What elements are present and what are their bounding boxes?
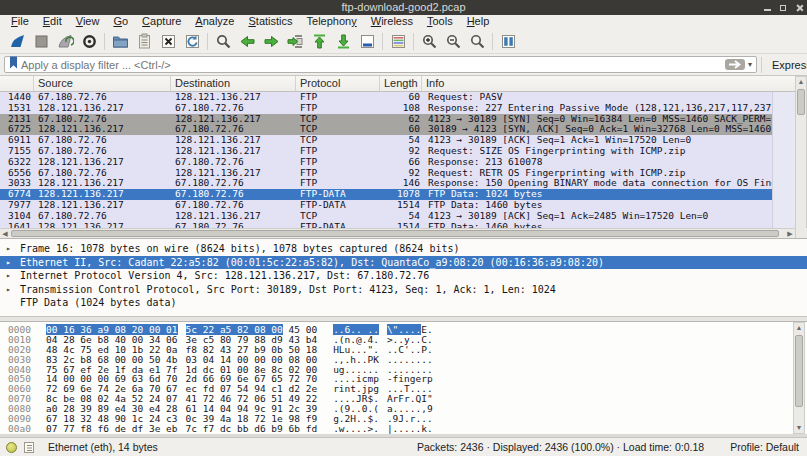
scrollbar-thumb[interactable] bbox=[797, 89, 805, 115]
filter-bookmark-icon[interactable] bbox=[8, 55, 19, 74]
packet-cell-dst: 67.180.72.76 bbox=[171, 178, 296, 189]
scroll-right-icon[interactable]: ▶ bbox=[785, 229, 795, 238]
packet-cell-src: 128.121.136.217 bbox=[34, 157, 171, 168]
packet-row[interactable]: 1531128.121.136.21767.180.72.76FTP108Res… bbox=[0, 103, 772, 114]
packet-cell-proto: TCP bbox=[296, 124, 380, 135]
detail-row[interactable]: ▸Frame 16: 1078 bytes on wire (8624 bits… bbox=[0, 242, 807, 256]
resize-columns-icon bbox=[500, 33, 517, 50]
packet-row[interactable]: 7977128.121.136.21767.180.72.76FTP-DATA1… bbox=[0, 200, 772, 211]
apply-filter-button[interactable] bbox=[725, 59, 745, 70]
packet-list-gutter bbox=[772, 92, 795, 228]
close-file-button[interactable] bbox=[156, 31, 180, 52]
menu-telephony[interactable]: Telephony bbox=[300, 15, 364, 29]
filter-history-dropdown-icon[interactable]: ▾ bbox=[748, 60, 752, 69]
maximize-icon[interactable] bbox=[780, 5, 786, 11]
close-icon[interactable] bbox=[795, 4, 803, 12]
expander-icon[interactable]: ▸ bbox=[6, 256, 11, 270]
capture-options-button[interactable] bbox=[77, 31, 101, 52]
menu-go[interactable]: Go bbox=[106, 15, 135, 29]
bytes-vscrollbar[interactable]: ▲ ▼ bbox=[793, 322, 805, 434]
scroll-up-icon[interactable]: ▲ bbox=[794, 323, 804, 333]
packet-list-vscrollbar[interactable]: ▲ ▼ bbox=[795, 76, 807, 238]
expression-button[interactable]: Expression… bbox=[761, 57, 807, 73]
zoom-reset-button[interactable] bbox=[465, 31, 489, 52]
menu-help[interactable]: Help bbox=[460, 15, 497, 29]
column-header-destination[interactable]: Destination bbox=[171, 76, 296, 91]
packet-cell-proto: FTP bbox=[296, 168, 380, 179]
minimize-icon[interactable] bbox=[764, 9, 771, 11]
packet-row[interactable]: 6725128.121.136.21767.180.72.76TCP603018… bbox=[0, 124, 772, 135]
capture-comments-icon[interactable] bbox=[24, 442, 34, 453]
packet-row[interactable]: 6774128.121.136.21767.180.72.76FTP-DATA1… bbox=[0, 189, 772, 200]
packet-row[interactable]: 213167.180.72.76128.121.136.217TCP624123… bbox=[0, 114, 772, 125]
menu-capture[interactable]: Capture bbox=[135, 15, 188, 29]
toolbar-separator bbox=[382, 33, 383, 50]
scroll-left-icon[interactable]: ◀ bbox=[0, 229, 10, 238]
detail-row[interactable]: ▸Internet Protocol Version 4, Src: 128.1… bbox=[0, 269, 807, 283]
stop-capture-button[interactable] bbox=[29, 31, 53, 52]
reload-file-button[interactable] bbox=[180, 31, 204, 52]
expander-icon[interactable]: ▸ bbox=[6, 242, 11, 256]
packet-cell-no: 3104 bbox=[0, 211, 34, 222]
detail-row[interactable]: ▸Ethernet II, Src: Cadant_22:a5:82 (00:0… bbox=[0, 256, 807, 270]
column-header-info[interactable]: Info bbox=[422, 76, 795, 91]
open-file-button[interactable] bbox=[108, 31, 132, 52]
packet-list-hscrollbar[interactable]: ◀ ▶ bbox=[0, 228, 795, 238]
menu-edit[interactable]: Edit bbox=[36, 15, 69, 29]
display-filter-input[interactable] bbox=[19, 59, 725, 71]
colorize-button[interactable] bbox=[386, 31, 410, 52]
scrollbar-thumb[interactable] bbox=[11, 230, 779, 237]
resize-columns-button[interactable] bbox=[496, 31, 520, 52]
menu-tools[interactable]: Tools bbox=[420, 15, 460, 29]
scrollbar-thumb[interactable] bbox=[795, 335, 803, 407]
packet-row[interactable]: 144067.180.72.76128.121.136.217FTP60Requ… bbox=[0, 92, 772, 103]
detail-row[interactable]: ▸Transmission Control Protocol, Src Port… bbox=[0, 283, 807, 297]
menu-file[interactable]: File bbox=[4, 15, 36, 29]
go-last-button[interactable] bbox=[331, 31, 355, 52]
packet-bytes-pane: 000000 16 36 a9 08 20 00 015c 22 a5 82 0… bbox=[0, 322, 807, 434]
go-forward-button[interactable] bbox=[259, 31, 283, 52]
hex-row[interactable]: 00a007 77 f8 f6 de df 3e eb7c f7 dc bb d… bbox=[8, 424, 807, 434]
auto-scroll-button[interactable] bbox=[355, 31, 379, 52]
menu-analyze[interactable]: Analyze bbox=[188, 15, 241, 29]
packet-cell-dst: 67.180.72.76 bbox=[171, 200, 296, 211]
column-header-protocol[interactable]: Protocol bbox=[296, 76, 380, 91]
titlebar[interactable]: ftp-download-good2.pcap bbox=[0, 0, 807, 15]
zoom-in-button[interactable] bbox=[417, 31, 441, 52]
go-to-packet-button[interactable] bbox=[283, 31, 307, 52]
column-header-source[interactable]: Source bbox=[34, 76, 171, 91]
packet-cell-len: 108 bbox=[380, 103, 422, 114]
find-packet-button[interactable] bbox=[211, 31, 235, 52]
restart-capture-button[interactable] bbox=[53, 31, 77, 52]
packet-row[interactable]: 691167.180.72.76128.121.136.217TCP544123… bbox=[0, 135, 772, 146]
column-header-length[interactable]: Length bbox=[380, 76, 422, 91]
go-first-button[interactable] bbox=[307, 31, 331, 52]
toolbar-separator bbox=[104, 33, 105, 50]
menu-view[interactable]: View bbox=[69, 15, 107, 29]
detail-row[interactable]: FTP Data (1024 bytes data) bbox=[0, 296, 807, 310]
packet-cell-no: 2131 bbox=[0, 114, 34, 125]
packet-row[interactable]: 715567.180.72.76128.121.136.217FTP92Requ… bbox=[0, 146, 772, 157]
packet-row[interactable]: 6322128.121.136.21767.180.72.76FTP66Resp… bbox=[0, 157, 772, 168]
menu-wireless[interactable]: Wireless bbox=[364, 15, 420, 29]
packet-row[interactable]: 655667.180.72.76128.121.136.217FTP92Requ… bbox=[0, 168, 772, 179]
expander-icon[interactable]: ▸ bbox=[6, 269, 11, 283]
scroll-down-icon[interactable]: ▼ bbox=[794, 423, 804, 433]
packet-cell-info: 30189 → 4123 [SYN, ACK] Seq=0 Ack=1 Win=… bbox=[422, 124, 772, 135]
display-filter-field[interactable]: ▾ bbox=[4, 56, 757, 73]
save-file-button[interactable] bbox=[132, 31, 156, 52]
packet-row[interactable]: 3033128.121.136.21767.180.72.76FTP146Res… bbox=[0, 178, 772, 189]
expander-icon[interactable]: ▸ bbox=[6, 283, 11, 297]
status-profile[interactable]: Profile: Default bbox=[730, 441, 799, 453]
start-capture-button[interactable] bbox=[5, 31, 29, 52]
expert-info-icon[interactable] bbox=[6, 442, 17, 453]
packet-cell-proto: FTP bbox=[296, 103, 380, 114]
packet-row[interactable]: 310467.180.72.76128.121.136.217TCP544123… bbox=[0, 211, 772, 222]
toolbar-separator bbox=[492, 33, 493, 50]
go-back-button[interactable] bbox=[235, 31, 259, 52]
column-header-number[interactable] bbox=[0, 76, 34, 91]
scroll-up-icon[interactable]: ▲ bbox=[796, 77, 806, 87]
packet-cell-no: 7977 bbox=[0, 200, 34, 211]
zoom-out-button[interactable] bbox=[441, 31, 465, 52]
menu-statistics[interactable]: Statistics bbox=[241, 15, 299, 29]
